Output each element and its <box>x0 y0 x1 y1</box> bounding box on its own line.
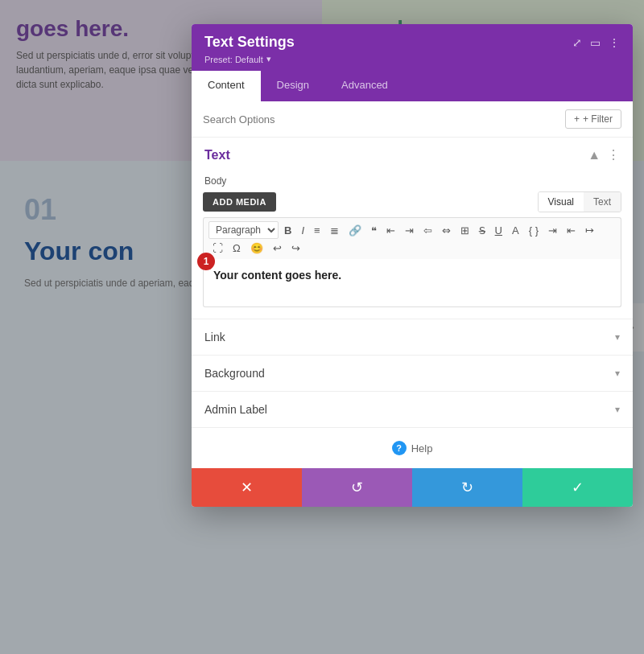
modal-tabs: Content Design Advanced <box>192 71 633 101</box>
text-section: Text ▲ ⋮ Body ADD MEDIA Visual Text <box>192 138 633 319</box>
collapse-icon[interactable]: ▲ <box>588 148 601 162</box>
special-char-button[interactable]: Ω <box>229 241 245 256</box>
text-section-header[interactable]: Text ▲ ⋮ <box>192 138 633 172</box>
split-icon[interactable]: ▭ <box>590 36 601 49</box>
preset-chevron: ▾ <box>266 54 271 64</box>
emoji-button[interactable]: 😊 <box>246 241 267 256</box>
filter-button[interactable]: + + Filter <box>565 109 621 129</box>
help-icon[interactable]: ? <box>392 441 407 455</box>
link-label: Link <box>204 331 225 343</box>
expand-icon[interactable]: ⤢ <box>572 36 582 49</box>
indent2-button[interactable]: ↦ <box>581 223 598 238</box>
search-bar: + + Filter <box>192 101 633 138</box>
undo-button[interactable]: ↩ <box>269 241 286 256</box>
code-button[interactable]: { } <box>525 223 543 238</box>
link-chevron: ▾ <box>615 331 620 343</box>
unordered-list-button[interactable]: ≡ <box>310 223 324 238</box>
modal-header: Text Settings ⤢ ▭ ⋮ Preset: Default ▾ <box>192 24 633 71</box>
modal-title: Text Settings <box>204 34 295 51</box>
background-label: Background <box>204 367 265 380</box>
add-media-row: ADD MEDIA Visual Text <box>203 191 621 212</box>
visual-text-tabs: Visual Text <box>538 191 621 212</box>
filter-icon: + <box>574 113 580 125</box>
admin-label-section[interactable]: Admin Label ▾ <box>192 392 633 428</box>
filter-label: + Filter <box>583 113 613 125</box>
table-button[interactable]: ⊞ <box>456 223 473 238</box>
align-center-button[interactable]: ⇥ <box>401 223 418 238</box>
help-row: ? Help <box>192 428 633 468</box>
cancel-button[interactable]: ✕ <box>192 468 302 507</box>
tab-advanced[interactable]: Advanced <box>325 71 404 101</box>
search-input[interactable] <box>203 113 565 125</box>
editor-area: ADD MEDIA Visual Text Paragraph B I ≡ ≣ … <box>192 191 633 319</box>
link-button[interactable]: 🔗 <box>345 223 365 238</box>
link-section[interactable]: Link ▾ <box>192 319 633 356</box>
step-badge: 1 <box>197 253 215 270</box>
editor-text[interactable]: Your content goes here. <box>213 269 611 282</box>
strikethrough-button[interactable]: S̶ <box>475 223 489 238</box>
preset-text: Preset: Default <box>204 55 263 64</box>
more-icon[interactable]: ⋮ <box>609 36 620 49</box>
save-button[interactable]: ✓ <box>522 468 633 507</box>
ordered-list-button[interactable]: ≣ <box>326 223 343 238</box>
bold-button[interactable]: B <box>280 223 295 238</box>
modal-body: + + Filter Text ▲ ⋮ Body ADD MEDIA Visua… <box>192 101 633 468</box>
outdent-button[interactable]: ⇤ <box>563 223 580 238</box>
redo-button[interactable]: ↻ <box>412 468 522 507</box>
paragraph-select[interactable]: Paragraph <box>208 221 279 239</box>
tab-content[interactable]: Content <box>192 71 261 101</box>
text-section-title: Text <box>204 148 230 162</box>
admin-label-chevron: ▾ <box>615 404 620 415</box>
add-media-button[interactable]: ADD MEDIA <box>203 192 276 212</box>
tab-design[interactable]: Design <box>261 71 325 101</box>
modal-footer: ✕ ↺ ↻ ✓ <box>192 468 633 507</box>
indent-button[interactable]: ⇥ <box>544 223 561 238</box>
redo-button[interactable]: ↪ <box>287 241 304 256</box>
align-justify-button[interactable]: ⇔ <box>438 223 455 238</box>
italic-button[interactable]: I <box>297 223 308 238</box>
text-color-button[interactable]: A <box>508 223 523 238</box>
preset-label[interactable]: Preset: Default ▾ <box>204 54 620 64</box>
visual-tab[interactable]: Visual <box>539 192 584 212</box>
admin-label-text: Admin Label <box>204 403 267 416</box>
background-chevron: ▾ <box>615 368 620 379</box>
reset-button[interactable]: ↺ <box>302 468 412 507</box>
align-right-button[interactable]: ⇦ <box>419 223 436 238</box>
align-left-button[interactable]: ⇤ <box>382 223 399 238</box>
section-more-icon[interactable]: ⋮ <box>607 147 620 162</box>
editor-content[interactable]: 1 Your content goes here. <box>203 259 621 307</box>
body-label: Body <box>192 172 633 191</box>
modal-header-top: Text Settings ⤢ ▭ ⋮ <box>204 34 620 51</box>
editor-toolbar: Paragraph B I ≡ ≣ 🔗 ❝ ⇤ ⇥ ⇦ ⇔ ⊞ S̶ U A <box>203 217 621 259</box>
blockquote-button[interactable]: ❝ <box>367 223 381 238</box>
section-icons: ▲ ⋮ <box>588 147 620 162</box>
modal-header-icons: ⤢ ▭ ⋮ <box>572 36 620 49</box>
text-tab[interactable]: Text <box>584 192 621 212</box>
help-text[interactable]: Help <box>411 442 433 455</box>
underline-button[interactable]: U <box>491 223 506 238</box>
background-section[interactable]: Background ▾ <box>192 356 633 392</box>
text-settings-modal: Text Settings ⤢ ▭ ⋮ Preset: Default ▾ Co… <box>192 24 633 507</box>
